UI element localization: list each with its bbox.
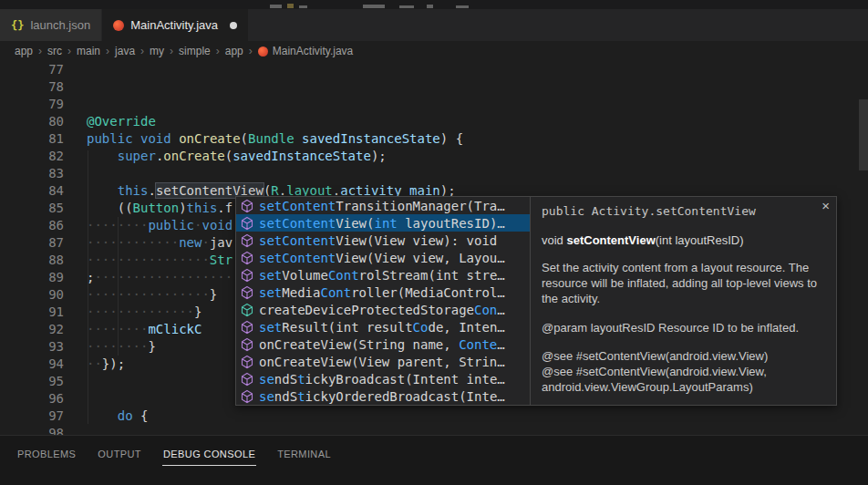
- panel-tab-problems[interactable]: PROBLEMS: [16, 445, 77, 466]
- line-number[interactable]: 77: [0, 61, 64, 78]
- suggestion-label-part: ndS: [274, 389, 297, 404]
- suggestion-oncreateview[interactable]: onCreateView(View parent, Strin…: [236, 353, 530, 370]
- code-token: ··············: [87, 304, 194, 319]
- line-number[interactable]: 80: [0, 113, 64, 130]
- suggestion-label-part: t: [297, 372, 305, 387]
- docs-description: Set the activity content from a layout r…: [542, 260, 827, 306]
- symbol-method-icon: [240, 355, 254, 369]
- panel-tab-terminal[interactable]: TERMINAL: [276, 445, 332, 466]
- suggestion-createdeviceprotectedstoragecon[interactable]: createDeviceProtectedStorageCon…: [236, 301, 530, 318]
- code-line-98[interactable]: 98: [0, 425, 868, 435]
- code-line-77[interactable]: 77: [0, 61, 868, 78]
- code-line-97[interactable]: 97 do {: [0, 408, 868, 425]
- suggestion-label-part: setContent: [259, 199, 336, 213]
- java-file-icon: [258, 46, 268, 57]
- code-token: Str: [210, 253, 232, 267]
- panel-tab-output[interactable]: OUTPUT: [97, 445, 142, 466]
- symbol-method-icon: [240, 320, 254, 335]
- code-token: .: [148, 183, 155, 198]
- line-number[interactable]: 88: [0, 252, 64, 269]
- docs-see-block: @see #setContentView(android.view.View) …: [542, 348, 827, 395]
- code-token: }: [210, 287, 217, 302]
- code-line-82[interactable]: 82 super.onCreate(savedInstanceState);: [0, 148, 868, 165]
- line-number[interactable]: 96: [0, 390, 64, 408]
- suggestion-label-part: setContent: [259, 233, 336, 248]
- code-token: {: [140, 408, 148, 423]
- suggestion-setcontenttransitionmanager[interactable]: setContentTransitionManager(Tra…: [236, 197, 530, 214]
- breadcrumb-item-java[interactable]: java: [115, 45, 135, 57]
- code-line-78[interactable]: 78: [0, 78, 868, 96]
- suggestion-setcontentview[interactable]: setContentView(int layoutResID)…: [236, 214, 530, 232]
- titlebar-fragment: [427, 5, 433, 8]
- suggestion-oncreateview[interactable]: onCreateView(String name, Conte…: [236, 335, 530, 353]
- line-number[interactable]: 90: [0, 286, 64, 304]
- line-number[interactable]: 84: [0, 182, 64, 200]
- code-token: (: [225, 149, 232, 163]
- line-number[interactable]: 94: [0, 356, 64, 373]
- line-number[interactable]: 98: [0, 425, 64, 435]
- breadcrumb-item-mainactivity-java[interactable]: MainActivity.java: [273, 45, 353, 57]
- line-number[interactable]: 89: [0, 269, 64, 286]
- breadcrumb-separator: ›: [106, 45, 109, 57]
- line-number[interactable]: 86: [0, 217, 64, 234]
- breadcrumb-separator: ›: [249, 45, 253, 57]
- line-number[interactable]: 83: [0, 165, 64, 182]
- modified-indicator[interactable]: [230, 22, 237, 29]
- suggestion-setmediacontroller[interactable]: setMediaController(MediaControl…: [236, 284, 530, 301]
- docs-close-icon[interactable]: ×: [822, 200, 830, 212]
- code-text: ············new·jav: [87, 234, 232, 252]
- code-text: ((Button)this.f: [87, 200, 232, 217]
- breadcrumb-item-main[interactable]: main: [77, 45, 100, 57]
- line-number[interactable]: 78: [0, 78, 64, 96]
- code-token: savedInstanceState: [302, 131, 440, 146]
- breadcrumb-item-simple[interactable]: simple: [179, 45, 211, 57]
- code-line-80[interactable]: 80@Override: [0, 113, 868, 130]
- code-line-79[interactable]: 79: [0, 96, 868, 113]
- json-braces-icon: {}: [11, 19, 24, 32]
- code-line-83[interactable]: 83: [0, 165, 868, 182]
- line-number[interactable]: 91: [0, 304, 64, 321]
- titlebar-fragment: [287, 4, 294, 8]
- symbol-method-icon: [240, 285, 254, 300]
- suggestion-label-part: …: [497, 303, 504, 317]
- suggestion-label-part: se: [259, 372, 274, 387]
- breadcrumb-item-app[interactable]: app: [225, 45, 243, 57]
- editor-scrollbar-thumb[interactable]: [859, 99, 868, 170]
- code-token: ················: [87, 287, 210, 302]
- suggestion-setcontentview[interactable]: setContentView(View view, Layou…: [236, 249, 530, 266]
- line-number[interactable]: 97: [0, 408, 64, 425]
- line-number[interactable]: 85: [0, 200, 64, 217]
- suggestion-sendstickyorderedbroadcast[interactable]: sendStickyOrderedBroadcast(Inte…: [236, 387, 530, 405]
- code-token: ((: [87, 201, 133, 215]
- code-token: @Override: [87, 114, 156, 129]
- breadcrumb-item-app[interactable]: app: [15, 45, 33, 57]
- breadcrumb-separator: ›: [170, 45, 173, 57]
- panel-tab-debug-console[interactable]: DEBUG CONSOLE: [162, 445, 256, 466]
- suggestion-label-part: int: [374, 216, 397, 231]
- code-token: this: [118, 183, 149, 198]
- breadcrumb-item-my[interactable]: my: [150, 45, 164, 57]
- line-number[interactable]: 95: [0, 373, 64, 390]
- code-token: [133, 131, 140, 146]
- suggestion-label-part: se: [259, 389, 274, 404]
- breadcrumb-item-src[interactable]: src: [47, 45, 62, 57]
- code-text: super.onCreate(savedInstanceState);: [87, 148, 387, 165]
- line-number[interactable]: 93: [0, 338, 64, 356]
- line-number[interactable]: 79: [0, 96, 64, 113]
- line-number[interactable]: 82: [0, 148, 64, 165]
- line-number[interactable]: 81: [0, 130, 64, 148]
- suggestion-setvolumecontrolstream[interactable]: setVolumeControlStream(int stre…: [236, 266, 530, 284]
- code-token: });: [102, 356, 125, 371]
- code-token: Bundle: [248, 131, 294, 146]
- code-line-81[interactable]: 81public void onCreate(Bundle savedInsta…: [0, 130, 868, 148]
- suggestion-label-part: Co: [413, 320, 429, 335]
- suggestion-setresult[interactable]: setResult(int resultCode, Inten…: [236, 318, 530, 335]
- line-number[interactable]: 92: [0, 321, 64, 338]
- suggestion-setcontentview[interactable]: setContentView(View view): void: [236, 232, 530, 249]
- line-number[interactable]: 87: [0, 234, 64, 252]
- suggestion-sendstickybroadcast[interactable]: sendStickyBroadcast(Intent inte…: [236, 370, 530, 387]
- code-token: ): [179, 201, 186, 215]
- titlebar-strip: [0, 0, 868, 9]
- tab-launch-json[interactable]: {}launch.json: [0, 9, 102, 41]
- tab-mainactivity-java[interactable]: MainActivity.java: [102, 9, 249, 41]
